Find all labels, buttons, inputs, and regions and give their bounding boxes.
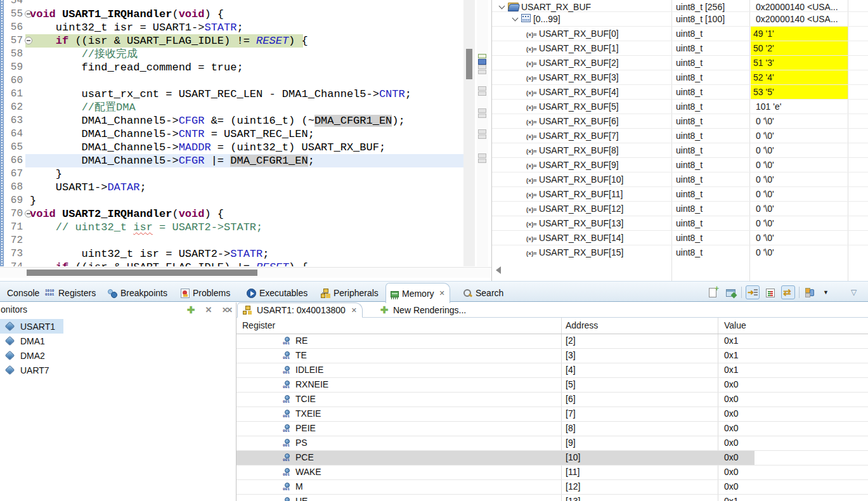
tab-memory[interactable]: Memory✕ <box>385 283 450 303</box>
expression-row[interactable]: (×)= USART_RX_BUF[4]uint8_t53 '5' <box>492 85 868 100</box>
memory-row-wake[interactable]: WAKE[11]0x0 <box>236 465 868 480</box>
code-editor[interactable]: 5455void USART1_IRQHandler(void) {56 uin… <box>0 0 491 281</box>
expander-chevron-icon[interactable] <box>499 3 505 10</box>
ruler-annotation-gray[interactable] <box>478 86 486 91</box>
memory-row-tcie[interactable]: TCIE[6]0x0 <box>236 393 868 407</box>
memory-row-txeie[interactable]: TXEIE[7]0x0 <box>236 407 868 422</box>
code-line[interactable]: 55void USART1_IRQHandler(void) { <box>4 8 465 21</box>
expression-row[interactable]: USART_RX_BUFuint8_t [256]0x20000140 <USA… <box>492 0 868 12</box>
split-rendering-pane-button[interactable] <box>763 285 777 299</box>
remove-monitor-button[interactable]: ✕ <box>203 304 214 316</box>
expression-row[interactable]: (×)= USART_RX_BUF[2]uint8_t51 '3' <box>492 56 868 70</box>
ruler-annotation-gray[interactable] <box>478 134 486 139</box>
ruler-annotation-green[interactable] <box>478 54 486 58</box>
export-memory-button[interactable] <box>723 285 737 299</box>
memory-row-ps[interactable]: PS[9]0x0 <box>236 436 868 451</box>
code-line[interactable]: 61 usart_rx_cnt = USART_REC_LEN - DMA1_C… <box>4 88 465 101</box>
memory-row-idleie[interactable]: IDLEIE[4]0x1 <box>236 363 868 378</box>
code-line[interactable]: 64 DMA1_Channel5->CNTR = USART_REC_LEN; <box>4 127 465 141</box>
editor-vertical-scrollbar[interactable] <box>463 0 475 266</box>
toolbar-dropdown-button[interactable]: ▼ <box>821 285 835 299</box>
code-line[interactable]: 74 if ((isr & USART_FLAG_IDLE) != RESET)… <box>4 261 465 266</box>
memory-row-re[interactable]: RE[2]0x1 <box>236 334 868 349</box>
code-line[interactable]: 66 DMA1_Channel5->CFGR |= DMA_CFGR1_EN; <box>4 154 465 167</box>
code-line[interactable]: 63 DMA1_Channel5->CFGR &= (uint16_t) (~D… <box>4 114 465 127</box>
memory-row-m[interactable]: M[12]0x0 <box>236 480 868 495</box>
code-line[interactable]: 68 USART1->DATAR; <box>4 181 465 194</box>
code-line[interactable]: 57 if ((isr & USART_FLAG_IDLE) != RESET)… <box>4 34 465 48</box>
code-line[interactable]: 54 <box>4 0 465 8</box>
tab-breakpoints[interactable]: Breakpoints <box>103 283 172 303</box>
code-line[interactable]: 73 uint32_t isr = USART2->STATR; <box>4 247 465 261</box>
editor-horizontal-scrollbar-thumb[interactable] <box>27 270 257 276</box>
code-line[interactable]: 59 find_read_commend = true; <box>4 61 465 74</box>
tab-registers[interactable]: 1010 0101Registers <box>41 283 100 303</box>
monitor-item-dma1[interactable]: DMA1 <box>0 334 235 348</box>
expression-row[interactable]: (×)= USART_RX_BUF[12]uint8_t0 '\0' <box>492 202 868 216</box>
code-line[interactable]: 70void USART2_IRQHandler(void) { <box>4 207 465 221</box>
column-header-register[interactable]: Register <box>242 320 275 330</box>
memory-row-ue[interactable]: UE[13]0x1 <box>236 495 868 501</box>
expression-row[interactable]: (×)= USART_RX_BUF[0]uint8_t49 '1' <box>492 27 868 41</box>
monitor-item-uart7[interactable]: UART7 <box>0 363 235 377</box>
rendering-tab-1[interactable]: ✚New Renderings... <box>374 303 471 318</box>
remove-all-monitors-button[interactable]: ✕✕ <box>221 304 232 316</box>
switch-memory-monitor-button[interactable]: ⇄ <box>781 285 795 299</box>
column-header-address[interactable]: Address <box>566 320 598 330</box>
tab-peripherals[interactable]: Peripherals <box>316 283 383 303</box>
close-icon[interactable]: ✕ <box>351 306 357 315</box>
memory-row-peie[interactable]: PEIE[8]0x0 <box>236 422 868 436</box>
monitor-item-dma2[interactable]: DMA2 <box>0 348 235 363</box>
expression-row[interactable]: (×)= USART_RX_BUF[11]uint8_t0 '\0' <box>492 187 868 202</box>
memory-row-rxneie[interactable]: RXNEIE[5]0x0 <box>236 378 868 393</box>
expression-row[interactable]: (×)= USART_RX_BUF[10]uint8_t0 '\0' <box>492 172 868 187</box>
code-line[interactable]: 72 <box>4 234 465 247</box>
code-line[interactable]: 60 <box>4 74 465 88</box>
scroll-left-arrow-icon[interactable] <box>496 266 501 274</box>
ruler-annotation-gray[interactable] <box>478 65 486 69</box>
go-to-address-button[interactable]: ➜ <box>746 285 760 299</box>
code-line[interactable]: 65 DMA1_Channel5->MADDR = (uint32_t) USA… <box>4 141 465 154</box>
expression-row[interactable]: (×)= USART_RX_BUF[5]uint8_t101 'e' <box>492 100 868 114</box>
monitor-item-usart1[interactable]: USART1 <box>0 319 63 334</box>
add-monitor-button[interactable]: ✚ <box>185 304 197 316</box>
expression-row[interactable]: (×)= USART_RX_BUF[6]uint8_t0 '\0' <box>492 114 868 129</box>
memory-row-te[interactable]: TE[3]0x1 <box>236 349 868 363</box>
add-memory-monitor-button[interactable] <box>706 285 720 299</box>
memory-row-pce[interactable]: PCE[10]0x0 <box>236 451 868 465</box>
ruler-annotation-blue[interactable] <box>478 59 486 65</box>
expression-row[interactable]: (×)= USART_RX_BUF[15]uint8_t0 '\0' <box>492 245 868 258</box>
expression-row[interactable]: (×)= USART_RX_BUF[14]uint8_t0 '\0' <box>492 231 868 245</box>
tab-executables[interactable]: Executables <box>242 283 312 303</box>
expression-row[interactable]: (×)= USART_RX_BUF[9]uint8_t0 '\0' <box>492 158 868 172</box>
rendering-tab-0[interactable]: USART1: 0x40013800✕ <box>237 303 363 318</box>
code-line[interactable]: 58 //接收完成 <box>4 48 465 61</box>
view-menu-button[interactable]: ▽ <box>849 285 863 299</box>
expression-row[interactable]: [0...99]uint8_t [100]0x20000140 <USA... <box>492 12 868 27</box>
expression-row[interactable]: (×)= USART_RX_BUF[13]uint8_t0 '\0' <box>492 216 868 231</box>
editor-horizontal-scrollbar[interactable] <box>0 267 491 278</box>
code-line[interactable]: 62 //配置DMA <box>4 101 465 114</box>
expression-row[interactable]: (×)= USART_RX_BUF[7]uint8_t0 '\0' <box>492 129 868 143</box>
column-header-value[interactable]: Value <box>724 320 746 330</box>
tab-problems[interactable]: Problems <box>176 283 235 303</box>
code-line[interactable]: 71 // uint32_t isr = USART2->STATR; <box>4 221 465 234</box>
ruler-annotation-gray[interactable] <box>478 159 486 163</box>
toggle-memory-monitors-pane-button[interactable] <box>803 285 817 299</box>
code-line[interactable]: 67 } <box>4 167 465 181</box>
ruler-annotation-gray[interactable] <box>478 91 486 96</box>
expander-chevron-icon[interactable] <box>512 15 519 22</box>
close-icon[interactable]: ✕ <box>439 289 445 297</box>
code-line[interactable]: 69} <box>4 194 465 207</box>
expression-row[interactable]: (×)= USART_RX_BUF[1]uint8_t50 '2' <box>492 41 868 56</box>
ruler-annotation-gray[interactable] <box>478 108 486 113</box>
ruler-annotation-gray[interactable] <box>478 129 486 134</box>
overview-ruler[interactable] <box>477 0 488 266</box>
code-lines[interactable]: 5455void USART1_IRQHandler(void) {56 uin… <box>4 0 465 266</box>
memory-table-header[interactable]: Register Address Value <box>236 318 868 334</box>
ruler-annotation-gray[interactable] <box>478 70 486 74</box>
expression-row[interactable]: (×)= USART_RX_BUF[8]uint8_t0 '\0' <box>492 143 868 158</box>
tab-console[interactable]: Console <box>3 283 44 303</box>
ruler-annotation-gray[interactable] <box>478 114 486 118</box>
tab-search[interactable]: Search <box>458 283 508 303</box>
